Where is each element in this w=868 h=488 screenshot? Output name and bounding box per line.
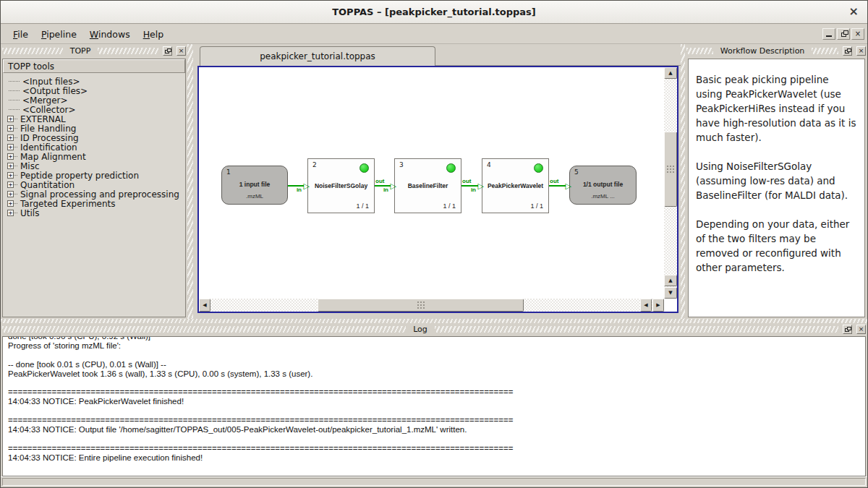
- menu-item-pipeline[interactable]: Pipeline: [35, 27, 83, 42]
- menu-item-file[interactable]: File: [7, 27, 35, 42]
- tree-item-peptide-property-prediction[interactable]: Peptide property prediction: [6, 171, 184, 180]
- title-bar: TOPPAS – [peakpicker_tutorial.toppas] ×: [1, 1, 867, 24]
- menu-bar: File Pipeline Windows Help ×: [1, 25, 867, 44]
- node-peakpickerwavelet[interactable]: 4 PeakPickerWavelet 1 / 1: [482, 158, 549, 213]
- node-baselinefilter[interactable]: 3 BaselineFilter 1 / 1: [394, 158, 461, 213]
- edge-peakpicker-to-output[interactable]: ▷ out: [549, 178, 569, 194]
- expander-plus-icon[interactable]: [7, 181, 14, 188]
- scroll-left-button[interactable]: ◀: [640, 299, 652, 312]
- scroll-up-button[interactable]: ▲: [664, 275, 677, 286]
- node-noisefiltersgolay[interactable]: 2 NoiseFilterSGolay 1 / 1: [307, 158, 375, 213]
- node-title: BaselineFilter: [396, 182, 459, 189]
- dock-handle-texture[interactable]: [686, 48, 713, 54]
- scroll-up-button[interactable]: ▲: [664, 67, 677, 79]
- main-area: TOPP × TOPP tools <Input files> <Output …: [1, 44, 867, 319]
- expander-plus-icon[interactable]: [7, 163, 14, 169]
- description-paragraph: Depending on your data, either of the tw…: [696, 217, 857, 275]
- node-number: 1: [226, 168, 231, 176]
- tree-item-output-files[interactable]: <Output files>: [6, 86, 184, 95]
- tree-item-signal-processing[interactable]: Signal processing and preprocessing: [6, 189, 184, 199]
- menu-item-help[interactable]: Help: [137, 27, 171, 42]
- tree-item-quantitation[interactable]: Quantitation: [6, 180, 184, 189]
- scroll-left-button[interactable]: ◀: [199, 299, 210, 312]
- node-output-file[interactable]: 5 1/1 output file .mzML ...: [569, 166, 637, 205]
- expander-plus-icon[interactable]: [7, 134, 14, 141]
- dock-handle-texture[interactable]: [812, 48, 838, 54]
- expander-plus-icon[interactable]: [7, 144, 14, 150]
- expander-plus-icon[interactable]: [7, 153, 14, 160]
- workflow-area: peakpicker_tutorial.toppas 1 1 input fil…: [195, 44, 681, 319]
- dock-handle-texture[interactable]: [435, 326, 838, 333]
- log-line: Progress of 'storing mzML file':: [8, 341, 865, 351]
- menu-item-windows[interactable]: Windows: [83, 27, 137, 42]
- node-progress: 1 / 1: [356, 202, 369, 210]
- left-splitter[interactable]: [187, 44, 193, 319]
- mdi-restore-button[interactable]: [837, 28, 850, 40]
- edge-input-to-noisefilter[interactable]: ▷ in: [288, 178, 307, 194]
- window-close-icon[interactable]: ×: [849, 5, 859, 18]
- node-number: 2: [312, 161, 317, 168]
- tree-item-map-alignment[interactable]: Map Alignment: [6, 152, 184, 161]
- expander-plus-icon[interactable]: [7, 191, 14, 197]
- tree-item-identification[interactable]: Identification: [6, 142, 184, 152]
- topp-dock-close-button[interactable]: ×: [176, 46, 186, 56]
- description-dock-float-button[interactable]: [843, 46, 852, 56]
- workflow-canvas[interactable]: 1 1 input file .mzML 2 NoiseFilterSGolay…: [199, 67, 677, 312]
- description-dock-close-button[interactable]: ×: [856, 46, 866, 56]
- log-line: 14:04:33 NOTICE: PeakPickerWavelet finis…: [8, 397, 865, 406]
- log-line: [8, 435, 865, 444]
- edge-noisefilter-to-baseline[interactable]: ▷ out in: [375, 178, 394, 194]
- topp-tools-header: TOPP tools: [3, 59, 185, 73]
- tree-item-external[interactable]: EXTERNAL: [6, 114, 184, 124]
- log-line: -- done [took 0.01 s (CPU), 0.01 s (Wall…: [8, 360, 865, 369]
- log-line: [8, 406, 865, 416]
- tree-item-targeted-experiments[interactable]: Targeted Experiments: [6, 199, 184, 208]
- tree-item-misc[interactable]: Misc: [6, 161, 184, 171]
- scrollbar-thumb[interactable]: [318, 299, 524, 312]
- tree-item-file-handling[interactable]: File Handling: [6, 124, 184, 133]
- workflow-description-dock: Workflow Description × Basic peak pickin…: [685, 44, 867, 319]
- window-title: TOPPAS – [peakpicker_tutorial.toppas]: [332, 7, 536, 17]
- log-output-panel[interactable]: done [took 0.96 s (CPU), 0.92 s (Wall)] …: [2, 336, 866, 476]
- description-paragraph: Basic peak picking pipeline using PeakPi…: [696, 72, 857, 145]
- log-splitter[interactable]: [1, 319, 867, 323]
- log-dock-float-button[interactable]: [843, 325, 852, 334]
- log-text: done [took 0.96 s (CPU), 0.92 s (Wall)] …: [3, 336, 865, 463]
- tree-item-input-files[interactable]: <Input files>: [6, 77, 184, 86]
- tree-item-id-processing[interactable]: ID Processing: [6, 133, 184, 142]
- edge-arrowhead-icon: ▷: [478, 181, 484, 192]
- expander-plus-icon[interactable]: [7, 210, 14, 216]
- expander-plus-icon[interactable]: [7, 116, 14, 122]
- tree-item-merger[interactable]: <Merger>: [6, 95, 184, 105]
- tree-item-utils[interactable]: Utils: [6, 208, 184, 218]
- edge-arrowhead-icon: ▷: [566, 181, 571, 192]
- mdi-window-controls: ×: [822, 28, 864, 40]
- tree-item-collector[interactable]: <Collector>: [6, 105, 184, 114]
- expander-plus-icon[interactable]: [7, 125, 14, 132]
- status-bar: [1, 476, 867, 487]
- node-progress: 1 / 1: [530, 202, 543, 210]
- status-finished-light: [534, 163, 543, 173]
- edge-baseline-to-peakpicker[interactable]: ▷ out in: [461, 178, 482, 194]
- scrollbar-thumb[interactable]: [664, 132, 677, 207]
- expander-plus-icon[interactable]: [7, 172, 14, 179]
- edge-out-label: out: [462, 179, 471, 184]
- edge-out-label: out: [375, 179, 384, 184]
- node-filetype: .mzML: [224, 193, 286, 200]
- expander-plus-icon[interactable]: [7, 200, 14, 207]
- node-input-file[interactable]: 1 1 input file .mzML: [221, 166, 288, 205]
- scroll-right-button[interactable]: ▶: [652, 299, 664, 312]
- canvas-horizontal-scrollbar[interactable]: ◀ ◀ ▶: [199, 299, 664, 312]
- canvas-vertical-scrollbar[interactable]: ▲ ▲ ▼: [664, 67, 677, 299]
- dock-handle-texture[interactable]: [98, 48, 158, 54]
- log-dock-close-button[interactable]: ×: [856, 325, 866, 334]
- topp-dock-float-button[interactable]: [163, 46, 172, 56]
- scroll-down-button[interactable]: ▼: [664, 287, 677, 299]
- mdi-close-button[interactable]: ×: [851, 28, 864, 40]
- tab-peakpicker-tutorial[interactable]: peakpicker_tutorial.toppas: [200, 46, 435, 66]
- dock-handle-texture[interactable]: [2, 48, 63, 54]
- log-dock-title: Log: [410, 325, 430, 334]
- topp-dock: TOPP × TOPP tools <Input files> <Output …: [1, 44, 187, 319]
- mdi-minimize-button[interactable]: [822, 28, 835, 40]
- dock-handle-texture[interactable]: [2, 326, 406, 333]
